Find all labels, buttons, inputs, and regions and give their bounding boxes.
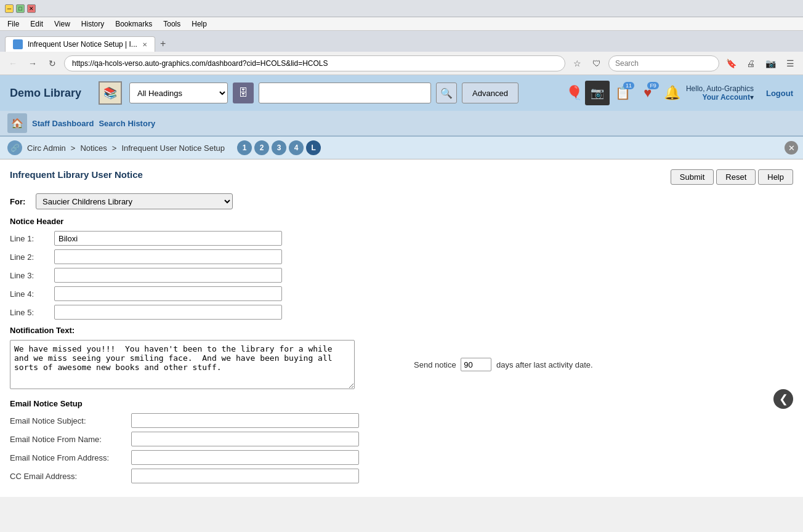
browser-search-input[interactable] [608, 55, 719, 71]
menu-file[interactable]: File [2, 18, 24, 30]
list-badge: 11 [623, 82, 634, 89]
forward-nav-button[interactable]: → [25, 55, 41, 71]
cc-email-input[interactable] [131, 469, 359, 483]
line3-label: Line 3: [10, 271, 47, 280]
tab-bar: Infrequent User Notice Setup | I... ✕ + [0, 31, 803, 52]
send-notice-area: Send notice days after last activity dat… [365, 340, 593, 389]
minimize-button[interactable]: ─ [5, 4, 14, 13]
action-buttons: Submit Reset Help [671, 169, 793, 185]
print-button[interactable]: 🖨 [743, 55, 759, 71]
breadcrumb-page: Infrequent User Notice Setup [121, 143, 225, 153]
search-area: All Headings 🗄 🔍 Advanced [129, 83, 559, 103]
menu-help[interactable]: Help [187, 18, 212, 30]
help-button[interactable]: Help [758, 169, 793, 185]
email-from-name-row: Email Notice From Name: [10, 432, 793, 446]
reset-button[interactable]: Reset [716, 169, 756, 185]
form-section: For: Saucier Childrens Library Notice He… [10, 193, 793, 483]
line1-input[interactable] [54, 231, 282, 246]
tab-close-button[interactable]: ✕ [142, 41, 147, 48]
days-input[interactable] [461, 358, 491, 371]
wizard-icon: 🔗 [7, 140, 22, 155]
email-subject-row: Email Notice Subject: [10, 413, 793, 428]
line1-label: Line 1: [10, 234, 47, 243]
tab-title: Infrequent User Notice Setup | I... [28, 40, 137, 49]
line2-label: Line 2: [10, 252, 47, 262]
database-icon[interactable]: 🗄 [233, 83, 254, 103]
advanced-button[interactable]: Advanced [462, 83, 519, 103]
line4-label: Line 4: [10, 289, 47, 299]
breadcrumb-separator-2: > [112, 143, 117, 153]
staff-dashboard-link[interactable]: Staff Dashboard [32, 119, 94, 128]
line3-input[interactable] [54, 268, 282, 283]
menu-button[interactable]: ☰ [782, 55, 798, 71]
email-from-name-label: Email Notice From Name: [10, 435, 124, 444]
user-info: Hello, Auto-Graphics Your Account▾ [686, 84, 754, 102]
hello-text: Hello, Auto-Graphics [686, 84, 754, 93]
screenshot-button[interactable]: 📷 [762, 55, 778, 71]
for-row: For: Saucier Childrens Library [10, 193, 793, 209]
for-select[interactable]: Saucier Childrens Library [36, 193, 233, 209]
balloon-icon: 🎈 [566, 85, 583, 101]
wizard-step-L[interactable]: L [306, 140, 321, 155]
breadcrumb-circ-admin[interactable]: Circ Admin [27, 143, 66, 153]
notification-text-label: Notification Text: [10, 326, 793, 335]
line5-row: Line 5: [10, 305, 793, 320]
close-button[interactable]: ✕ [27, 4, 36, 13]
window-controls: ─ □ ✕ [5, 4, 36, 13]
menu-bookmarks[interactable]: Bookmarks [110, 18, 157, 30]
wizard-step-1[interactable]: 1 [237, 140, 252, 155]
email-from-name-input[interactable] [131, 432, 359, 446]
address-input[interactable] [64, 55, 565, 71]
home-button[interactable]: 🏠 [7, 113, 27, 133]
email-from-address-input[interactable] [131, 450, 359, 465]
pocket-button[interactable]: 🔖 [723, 55, 739, 71]
app-header: Demo Library 📚 All Headings 🗄 🔍 Advanced… [0, 75, 803, 111]
logout-button[interactable]: Logout [766, 89, 793, 98]
reload-button[interactable]: ↻ [44, 55, 60, 71]
breadcrumb-notices[interactable]: Notices [80, 143, 107, 153]
wizard-step-2[interactable]: 2 [254, 140, 269, 155]
line1-row: Line 1: [10, 231, 793, 246]
line5-label: Line 5: [10, 308, 47, 317]
nav-bar: 🏠 Staff Dashboard Search History [0, 111, 803, 137]
back-nav-button[interactable]: ← [5, 55, 21, 71]
search-history-link[interactable]: Search History [99, 119, 155, 128]
search-button[interactable]: 🔍 [436, 83, 457, 103]
wizard-step-3[interactable]: 3 [272, 140, 286, 155]
bell-icon[interactable]: 🔔 [664, 85, 680, 101]
line3-row: Line 3: [10, 268, 793, 283]
email-section: Email Notice Setup Email Notice Subject:… [10, 399, 793, 483]
wizard-bar: 🔗 Circ Admin > Notices > Infrequent User… [0, 137, 803, 159]
line5-input[interactable] [54, 305, 282, 320]
cc-email-label: CC Email Address: [10, 472, 124, 481]
close-wizard-button[interactable]: ✕ [785, 141, 798, 155]
menu-tools[interactable]: Tools [158, 18, 185, 30]
menu-edit[interactable]: Edit [25, 18, 48, 30]
address-bar: ← → ↻ ☆ 🛡 🔖 🖨 📷 ☰ [0, 52, 803, 75]
submit-button[interactable]: Submit [671, 169, 714, 185]
back-button[interactable]: ❮ [773, 389, 793, 409]
search-input[interactable] [259, 83, 431, 103]
line4-input[interactable] [54, 286, 282, 301]
heading-select[interactable]: All Headings [129, 83, 228, 103]
menu-history[interactable]: History [76, 18, 109, 30]
header-right: 🎈 📷 📋 11 ♥ F9 🔔 Hello, Auto-Graphics You… [566, 81, 793, 105]
line4-row: Line 4: [10, 286, 793, 301]
camera-icon[interactable]: 📷 [585, 81, 610, 105]
notification-textarea[interactable]: We have missed you!!! You haven't been t… [10, 340, 355, 389]
cc-email-row: CC Email Address: [10, 469, 793, 483]
wizard-steps: 1 2 3 4 L [237, 140, 321, 155]
email-subject-input[interactable] [131, 413, 359, 428]
wizard-step-4[interactable]: 4 [289, 140, 304, 155]
your-account-link[interactable]: Your Account [703, 93, 750, 102]
menu-view[interactable]: View [49, 18, 75, 30]
browser-tab-active[interactable]: Infrequent User Notice Setup | I... ✕ [5, 36, 155, 52]
shield-icon[interactable]: 🛡 [589, 55, 605, 71]
line2-input[interactable] [54, 249, 282, 264]
new-tab-button[interactable]: + [155, 36, 171, 52]
heart-icon-wrapper: ♥ F9 [637, 82, 659, 104]
bookmark-button[interactable]: ☆ [569, 55, 585, 71]
maximize-button[interactable]: □ [16, 4, 25, 13]
line2-row: Line 2: [10, 249, 793, 264]
for-label: For: [10, 197, 28, 206]
